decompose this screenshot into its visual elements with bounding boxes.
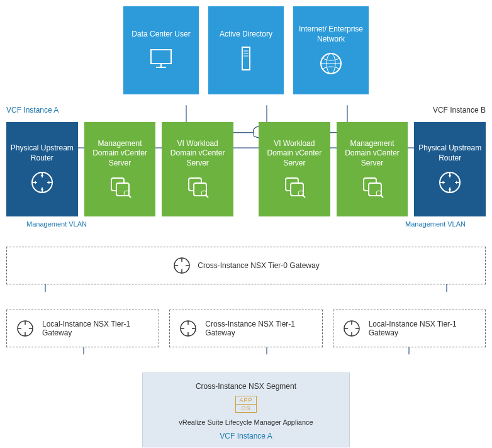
label: Local-Instance NSX Tier-1 Gateway bbox=[42, 320, 150, 337]
svg-rect-47 bbox=[291, 183, 303, 196]
router-icon bbox=[342, 319, 361, 338]
label: Physical Upstream Router bbox=[418, 143, 482, 163]
tier0-gateway: Cross-Instance NSX Tier-0 Gateway bbox=[6, 247, 486, 284]
label: Data Center User bbox=[131, 30, 190, 40]
svg-line-41 bbox=[128, 195, 131, 198]
app-label: APP bbox=[236, 396, 256, 405]
nsx-segment: Cross-Instance NSX Segment APP OS vReali… bbox=[142, 372, 350, 447]
label: VI Workload Domain vCenter Server bbox=[262, 139, 327, 169]
router-icon bbox=[16, 319, 35, 338]
gap bbox=[240, 122, 252, 216]
segment-title: Cross-Instance NSX Segment bbox=[196, 382, 296, 391]
top-row: Data Center User Active Directory Intern… bbox=[123, 6, 369, 94]
mid-row: Physical Upstream Router Management Doma… bbox=[6, 122, 486, 216]
physical-router-a: Physical Upstream Router bbox=[6, 122, 78, 216]
svg-line-45 bbox=[206, 195, 208, 198]
svg-rect-51 bbox=[369, 183, 381, 196]
router-icon bbox=[30, 170, 55, 195]
label: Internet/ Enterprise Network bbox=[297, 25, 365, 44]
tier0-label: Cross-Instance NSX Tier-0 Gateway bbox=[198, 261, 319, 270]
svg-rect-39 bbox=[116, 183, 129, 196]
mgmt-vcenter-b: Management Domain vCenter Server bbox=[337, 122, 408, 216]
os-label: OS bbox=[236, 405, 256, 412]
data-center-user-box: Data Center User bbox=[123, 6, 199, 94]
svg-line-53 bbox=[381, 195, 383, 198]
svg-rect-27 bbox=[151, 50, 171, 64]
segment-app: vRealize Suite Lifecycle Manager Applian… bbox=[179, 418, 313, 427]
label: Physical Upstream Router bbox=[10, 143, 74, 163]
internet-enterprise-box: Internet/ Enterprise Network bbox=[293, 6, 369, 94]
server-icon bbox=[233, 46, 259, 71]
vcenter-icon bbox=[108, 174, 133, 199]
vcf-a-group: Physical Upstream Router Management Doma… bbox=[6, 122, 233, 216]
vi-vcenter-b: VI Workload Domain vCenter Server bbox=[259, 122, 330, 216]
label: Local-Instance NSX Tier-1 Gateway bbox=[369, 320, 476, 337]
mgmt-vcenter-a: Management Domain vCenter Server bbox=[84, 122, 156, 216]
physical-router-b: Physical Upstream Router bbox=[414, 122, 486, 216]
label: VI Workload Domain vCenter Server bbox=[165, 139, 230, 169]
router-icon bbox=[437, 170, 462, 195]
segment-instance: VCF Instance A bbox=[220, 432, 272, 440]
vcf-instance-a-label: VCF Instance A bbox=[6, 106, 59, 115]
tier1-local-b: Local-Instance NSX Tier-1 Gateway bbox=[333, 310, 486, 347]
vcf-instance-b-label: VCF Instance B bbox=[433, 106, 486, 115]
vcf-b-group: VI Workload Domain vCenter Server Manage… bbox=[259, 122, 486, 216]
tier1-local-a: Local-Instance NSX Tier-1 Gateway bbox=[6, 310, 159, 347]
label: Management Domain vCenter Server bbox=[88, 139, 152, 169]
app-os-icon: APP OS bbox=[235, 396, 257, 413]
label: Active Directory bbox=[220, 30, 272, 40]
svg-line-49 bbox=[303, 195, 305, 198]
active-directory-box: Active Directory bbox=[208, 6, 284, 94]
router-icon bbox=[179, 319, 198, 338]
router-icon bbox=[172, 256, 191, 275]
vcenter-icon bbox=[282, 174, 307, 199]
instance-labels: VCF Instance A VCF Instance B bbox=[6, 106, 486, 115]
vcenter-icon bbox=[185, 174, 210, 199]
monitor-icon bbox=[148, 46, 174, 71]
mgmt-vlan-a: Management VLAN bbox=[26, 220, 87, 228]
label: Cross-Instance NSX Tier-1 Gateway bbox=[205, 320, 313, 337]
vcenter-icon bbox=[360, 174, 385, 199]
tier1-cross: Cross-Instance NSX Tier-1 Gateway bbox=[169, 310, 322, 347]
tier1-row: Local-Instance NSX Tier-1 Gateway Cross-… bbox=[6, 310, 486, 347]
label: Management Domain vCenter Server bbox=[340, 139, 405, 169]
globe-icon bbox=[318, 51, 344, 76]
svg-rect-30 bbox=[242, 47, 250, 70]
mgmt-vlan-b: Management VLAN bbox=[405, 220, 466, 228]
vi-vcenter-a: VI Workload Domain vCenter Server bbox=[162, 122, 233, 216]
svg-rect-43 bbox=[194, 183, 206, 196]
vlan-labels: Management VLAN Management VLAN bbox=[6, 216, 486, 228]
